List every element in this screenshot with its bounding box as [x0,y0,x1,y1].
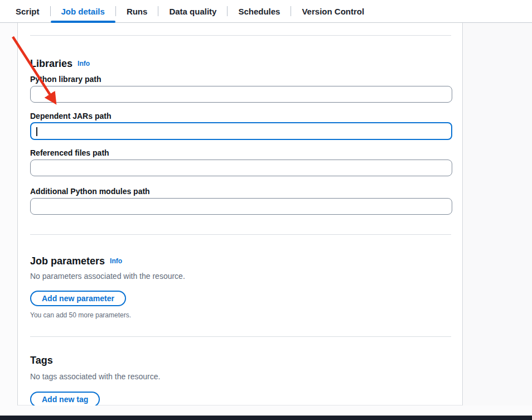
tab-schedules[interactable]: Schedules [228,0,291,22]
job-parameters-hint-text: You can add 50 more parameters. [30,311,451,319]
tab-bar: Script Job details Runs Data quality Sch… [0,0,532,23]
python-library-path-input[interactable] [30,86,452,103]
additional-python-modules-path-input[interactable] [30,198,452,215]
job-details-panel: LibrariesInfo Python library path Depend… [17,23,463,405]
python-library-path-input-wrap [30,86,452,103]
python-library-path-label: Python library path [30,74,451,84]
referenced-files-path-input[interactable] [30,160,452,176]
referenced-files-path-label: Referenced files path [30,148,451,158]
tags-empty-text: No tags associated with the resource. [30,371,451,382]
window-bottom-bar [0,416,532,420]
libraries-section-header: LibrariesInfo [30,57,451,70]
tab-runs[interactable]: Runs [116,0,158,22]
additional-python-modules-path-label: Additional Python modules path [30,186,451,196]
job-parameters-title: Job parameters [30,255,105,267]
add-new-tag-button[interactable]: Add new tag [30,392,100,407]
tab-script[interactable]: Script [5,0,50,22]
libraries-title: Libraries [30,58,72,69]
tab-data-quality[interactable]: Data quality [158,0,227,22]
dependent-jars-path-label: Dependent JARs path [30,111,451,121]
section-divider [30,336,451,337]
section-divider [30,35,451,36]
tags-title: Tags [30,355,53,366]
job-parameters-info-link[interactable]: Info [110,257,122,265]
additional-python-modules-path-input-wrap [30,198,452,215]
dependent-jars-path-input-wrap [30,123,452,139]
right-gutter [463,23,532,405]
text-cursor [36,127,37,136]
footer-strip [0,405,532,416]
section-divider [30,234,451,235]
libraries-info-link[interactable]: Info [78,60,90,67]
referenced-files-path-input-wrap [30,160,452,176]
add-new-parameter-button[interactable]: Add new parameter [30,291,126,306]
job-parameters-section-header: Job parametersInfo [30,255,451,268]
dependent-jars-path-input[interactable] [30,122,452,140]
tab-version-control[interactable]: Version Control [291,0,375,22]
tags-section-header: Tags [30,354,451,367]
tab-job-details[interactable]: Job details [51,0,115,22]
job-parameters-empty-text: No parameters associated with the resour… [30,271,451,281]
